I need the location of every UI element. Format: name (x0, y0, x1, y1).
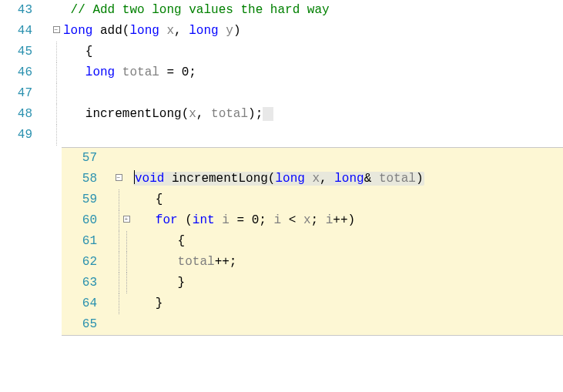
peek-code-line[interactable]: 57 (62, 148, 563, 169)
fold-guide (119, 252, 119, 273)
fold-gutter-secondary[interactable] (122, 273, 130, 293)
code-token (305, 172, 313, 186)
line-number: 58 (62, 169, 105, 189)
code-text[interactable]: total++; (130, 252, 236, 273)
fold-guide (119, 293, 119, 314)
code-token: // Add two long values the hard way (63, 3, 330, 17)
code-token (133, 213, 156, 227)
peek-definition-panel[interactable]: 5758−void incrementLong(long x, long& to… (62, 147, 563, 336)
fold-gutter[interactable] (115, 231, 122, 252)
code-token: { (63, 45, 92, 59)
code-text[interactable]: } (130, 273, 185, 293)
code-token: x (189, 107, 196, 121)
fold-gutter-secondary[interactable] (122, 252, 130, 273)
code-text[interactable]: // Add two long values the hard way (60, 0, 330, 21)
fold-gutter[interactable] (115, 293, 122, 314)
code-token: long (189, 24, 218, 38)
code-token: total (178, 255, 215, 269)
code-token: { (133, 193, 163, 206)
code-text[interactable]: { (60, 42, 92, 62)
fold-gutter-secondary[interactable] (122, 231, 130, 252)
line-number: 46 (0, 62, 39, 83)
code-token: < (281, 213, 303, 227)
code-line[interactable]: 46 long total = 0; (0, 62, 563, 83)
code-token (215, 213, 223, 227)
fold-gutter[interactable] (115, 314, 122, 320)
peek-code-line[interactable]: 63 } (62, 273, 563, 293)
code-token: ++) (333, 213, 355, 227)
code-token: & (364, 172, 379, 186)
code-text[interactable]: for (int i = 0; i < x; i++) (130, 210, 355, 231)
code-text[interactable]: long total = 0; (60, 62, 196, 83)
fold-gutter-secondary[interactable] (122, 293, 130, 299)
fold-gutter-secondary[interactable] (122, 148, 130, 153)
fold-gutter[interactable]: − (115, 169, 122, 181)
fold-gutter[interactable] (115, 148, 122, 153)
code-token: ; (311, 213, 326, 227)
code-line[interactable]: 48 incrementLong(x, total); (0, 104, 563, 125)
code-text[interactable]: } (130, 293, 163, 314)
code-line[interactable]: 44−long add(long x, long y) (0, 21, 563, 42)
code-text[interactable]: incrementLong(x, total); (60, 104, 273, 125)
peek-code-line[interactable]: 62 total++; (62, 252, 563, 273)
fold-gutter[interactable] (115, 210, 122, 231)
line-number: 48 (0, 104, 39, 125)
peek-code-line[interactable]: 64 } (62, 293, 563, 314)
code-token: x (166, 24, 174, 38)
peek-code-line[interactable]: 65 (62, 314, 563, 335)
fold-toggle-icon[interactable]: + (123, 216, 130, 223)
peek-code-line[interactable]: 59 { (62, 189, 563, 210)
fold-gutter[interactable] (52, 125, 60, 146)
code-token (263, 107, 273, 121)
fold-gutter[interactable] (115, 189, 122, 210)
code-editor[interactable]: 43 // Add two long values the hard way44… (0, 0, 563, 336)
code-token: void (134, 172, 164, 186)
code-text[interactable]: long add(long x, long y) (60, 21, 240, 42)
peek-code-line[interactable]: 60+ for (int i = 0; i < x; i++) (62, 210, 563, 231)
code-line[interactable]: 49 (0, 125, 563, 146)
code-token: total (122, 65, 159, 79)
line-number: 57 (62, 148, 105, 169)
code-token: y (226, 24, 233, 38)
code-token: i (222, 213, 230, 227)
code-token: } (133, 297, 163, 310)
line-number: 60 (62, 210, 105, 231)
fold-toggle-icon[interactable]: − (53, 26, 60, 33)
line-number: 62 (62, 252, 105, 273)
fold-gutter[interactable]: − (52, 21, 60, 33)
fold-gutter[interactable] (52, 83, 60, 104)
fold-gutter-secondary[interactable] (122, 169, 130, 174)
fold-toggle-icon[interactable]: − (116, 174, 122, 181)
line-number: 63 (62, 273, 105, 293)
fold-gutter-secondary[interactable]: + (122, 210, 130, 223)
fold-gutter-secondary[interactable] (122, 189, 130, 195)
code-text[interactable]: { (130, 189, 163, 210)
fold-gutter[interactable] (115, 273, 122, 293)
fold-gutter-secondary[interactable] (122, 314, 130, 320)
fold-gutter[interactable] (52, 42, 60, 62)
fold-gutter[interactable] (52, 0, 60, 5)
code-token (159, 24, 167, 38)
code-text[interactable]: { (130, 231, 185, 252)
code-line[interactable]: 45 { (0, 42, 563, 62)
code-token: int (193, 213, 215, 227)
code-token: i (326, 213, 333, 227)
code-token: = 0; (159, 65, 196, 79)
main-code-area[interactable]: 43 // Add two long values the hard way44… (0, 0, 563, 146)
fold-gutter[interactable] (52, 104, 60, 125)
code-token: long (129, 24, 159, 38)
fold-gutter[interactable] (115, 252, 122, 273)
peek-code-line[interactable]: 58−void incrementLong(long x, long& tota… (62, 169, 563, 189)
code-text[interactable]: void incrementLong(long x, long& total) (130, 169, 424, 189)
code-line[interactable]: 47 (0, 83, 563, 104)
fold-gutter[interactable] (52, 62, 60, 83)
code-token: { (133, 234, 185, 248)
code-token: ) (416, 172, 424, 186)
code-token: long (275, 172, 304, 186)
code-line[interactable]: 43 // Add two long values the hard way (0, 0, 563, 21)
code-token (219, 24, 226, 38)
fold-guide (56, 125, 57, 146)
peek-code-area[interactable]: 5758−void incrementLong(long x, long& to… (62, 148, 563, 335)
peek-code-line[interactable]: 61 { (62, 231, 563, 252)
code-token: long (63, 24, 92, 38)
